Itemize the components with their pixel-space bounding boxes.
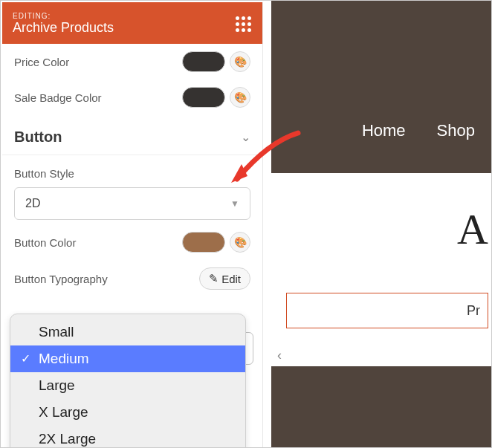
product-button[interactable]: Pr: [286, 293, 488, 328]
button-style-select[interactable]: 2D ▼: [14, 187, 250, 220]
size-option-2x-large[interactable]: 2X Large: [10, 426, 245, 448]
panel-editing-label: EDITING:: [13, 12, 114, 20]
button-color-swatch[interactable]: [182, 232, 225, 253]
collapse-panel-button[interactable]: ‹: [271, 341, 288, 369]
field-button-style: Button Style 2D ▼: [2, 155, 262, 224]
row-price-color: Price Color 🎨: [2, 44, 262, 79]
caret-down-icon: ▼: [230, 198, 239, 209]
row-sale-badge-color: Sale Badge Color 🎨: [2, 79, 262, 115]
size-option-large[interactable]: Large: [10, 372, 245, 399]
chevron-left-icon: ‹: [277, 348, 282, 363]
preview-nav: Home Shop: [271, 121, 492, 140]
palette-icon: 🎨: [234, 236, 247, 248]
edit-typography-button[interactable]: ✎ Edit: [199, 267, 250, 290]
button-color-label: Button Color: [14, 236, 76, 249]
nav-link-shop[interactable]: Shop: [437, 121, 475, 140]
preview-title: A: [457, 204, 488, 254]
size-dropdown-menu: SmallMediumLargeX Large2X Large: [10, 314, 246, 448]
edit-button-label: Edit: [221, 273, 241, 285]
size-option-medium[interactable]: Medium: [10, 345, 245, 372]
widgets-grid-icon[interactable]: [234, 15, 252, 33]
panel-title: Archive Products: [13, 20, 114, 36]
palette-icon: 🎨: [234, 56, 247, 68]
size-option-small[interactable]: Small: [10, 319, 245, 345]
nav-link-home[interactable]: Home: [362, 121, 406, 140]
sale-badge-color-swatch[interactable]: [182, 87, 225, 108]
chevron-down-icon: ⌄: [241, 130, 250, 144]
panel-header: EDITING: Archive Products: [2, 2, 262, 44]
section-header-button[interactable]: Button ⌄: [2, 115, 262, 155]
preview-content: A Pr: [271, 173, 492, 366]
preview-canvas: Home Shop A Pr: [271, 1, 492, 448]
button-typography-label: Button Typography: [14, 273, 108, 285]
size-option-x-large[interactable]: X Large: [10, 399, 245, 426]
pencil-icon: ✎: [209, 272, 219, 285]
price-color-swatch[interactable]: [182, 51, 225, 72]
button-style-label: Button Style: [14, 167, 250, 180]
price-color-picker[interactable]: 🎨: [230, 51, 250, 72]
palette-icon: 🎨: [234, 91, 247, 103]
section-title: Button: [14, 129, 62, 146]
price-color-label: Price Color: [14, 56, 69, 68]
product-button-text: Pr: [467, 303, 480, 319]
sale-badge-color-label: Sale Badge Color: [14, 91, 102, 104]
row-button-color: Button Color 🎨: [2, 224, 262, 260]
row-button-typography: Button Typography ✎ Edit: [2, 260, 262, 297]
sale-badge-color-picker[interactable]: 🎨: [230, 87, 250, 108]
button-color-picker[interactable]: 🎨: [230, 232, 250, 253]
button-style-value: 2D: [25, 197, 40, 210]
